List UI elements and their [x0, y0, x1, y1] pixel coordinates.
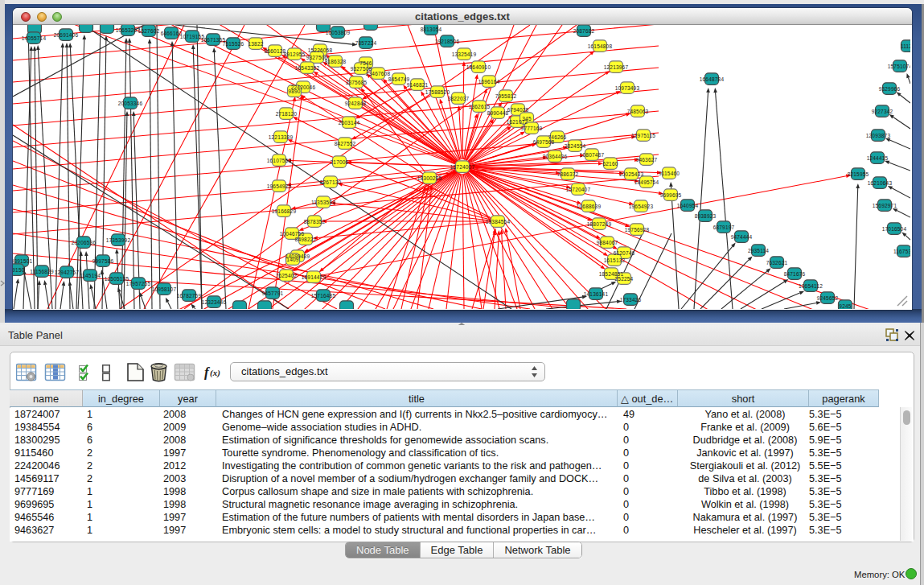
svg-text:15720407: 15720407	[566, 187, 591, 192]
svg-text:1145194: 1145194	[80, 273, 101, 278]
svg-text:20053346: 20053346	[118, 101, 143, 106]
svg-text:20364436: 20364436	[543, 154, 568, 159]
svg-text:345: 345	[522, 116, 532, 122]
svg-text:23467608: 23467608	[366, 71, 391, 76]
svg-text:9777169: 9777169	[521, 126, 543, 131]
svg-text:12975115: 12975115	[631, 133, 655, 138]
svg-text:18495754: 18495754	[634, 179, 659, 185]
svg-text:1167533: 1167533	[893, 249, 910, 254]
svg-text:18300295: 18300295	[417, 175, 442, 181]
svg-text:3824554: 3824554	[565, 143, 586, 149]
svg-text:15692971: 15692971	[873, 203, 897, 208]
svg-text:13822: 13822	[248, 41, 263, 47]
svg-text:15716485: 15716485	[311, 293, 336, 299]
svg-text:9391501: 9391501	[13, 258, 33, 264]
svg-text:12213967: 12213967	[604, 64, 629, 70]
svg-text:16543382: 16543382	[295, 65, 320, 71]
svg-text:10025433: 10025433	[619, 171, 644, 177]
svg-text:8878352: 8878352	[304, 219, 326, 225]
svg-text:7955812: 7955812	[495, 93, 517, 99]
svg-text:8454749: 8454749	[388, 76, 410, 82]
svg-text:19166829: 19166829	[272, 208, 297, 214]
svg-text:19384554: 19384554	[486, 219, 511, 225]
svg-text:9699695: 9699695	[660, 192, 682, 198]
svg-text:11353594: 11353594	[311, 200, 335, 205]
svg-text:16782759: 16782759	[177, 293, 202, 299]
svg-text:9245652: 9245652	[817, 295, 839, 301]
svg-text:14055714: 14055714	[22, 35, 47, 41]
svg-text:(x): (x)	[210, 368, 220, 378]
svg-text:9227342: 9227342	[872, 109, 893, 114]
svg-text:6497568: 6497568	[533, 139, 555, 145]
svg-text:8186328: 8186328	[325, 59, 347, 64]
svg-text:8912955: 8912955	[284, 51, 306, 57]
svg-text:1409: 1409	[286, 257, 298, 262]
svg-text:16648784: 16648784	[700, 76, 725, 82]
svg-text:10807487: 10807487	[580, 152, 605, 158]
svg-text:10973493: 10973493	[615, 85, 640, 91]
svg-text:6120746: 6120746	[614, 250, 635, 256]
svg-text:7546: 7546	[359, 60, 372, 66]
svg-text:3822037: 3822037	[448, 96, 470, 101]
svg-text:11156829: 11156829	[30, 269, 54, 274]
svg-text:16107553: 16107553	[267, 158, 292, 163]
svg-text:8813054: 8813054	[421, 27, 442, 32]
svg-text:16053809: 16053809	[326, 30, 351, 35]
svg-text:19218506: 19218506	[435, 39, 460, 44]
svg-text:9115460: 9115460	[659, 171, 680, 176]
svg-text:10688639: 10688639	[577, 204, 602, 209]
svg-text:1640954: 1640954	[677, 203, 699, 208]
svg-text:10654112: 10654112	[799, 283, 823, 289]
svg-text:8938923: 8938923	[695, 213, 717, 219]
svg-text:39150: 39150	[13, 267, 25, 273]
svg-text:19756928: 19756928	[625, 227, 650, 233]
svg-text:16210643: 16210643	[868, 180, 893, 186]
svg-text:9329966: 9329966	[879, 86, 901, 92]
svg-text:12093873: 12093873	[866, 133, 891, 138]
svg-text:1696164: 1696164	[478, 79, 500, 84]
svg-text:8471676: 8471676	[784, 271, 806, 277]
svg-text:18807249: 18807249	[587, 221, 612, 227]
svg-text:12942757: 12942757	[55, 270, 80, 275]
svg-text:9890: 9890	[288, 89, 300, 94]
svg-text:16154808: 16154808	[588, 43, 613, 49]
svg-text:8427552: 8427552	[335, 141, 356, 146]
svg-text:12323446: 12323446	[202, 299, 227, 305]
svg-text:20691406: 20691406	[54, 32, 79, 38]
svg-text:2935114: 2935114	[748, 248, 769, 253]
svg-text:2603144: 2603144	[339, 120, 360, 126]
svg-text:20206536: 20206536	[72, 240, 97, 245]
svg-text:19654923: 19654923	[629, 204, 654, 209]
svg-text:12213389: 12213389	[269, 134, 294, 140]
svg-text:252254: 252254	[615, 276, 634, 282]
svg-text:19654925: 19654925	[267, 183, 292, 189]
svg-text:10958107: 10958107	[152, 286, 177, 292]
svg-text:10653267: 10653267	[116, 27, 141, 33]
svg-text:9457791: 9457791	[262, 290, 284, 296]
svg-text:17957255: 17957255	[126, 281, 151, 286]
svg-text:8990448: 8990448	[487, 110, 509, 116]
svg-text:7485063: 7485063	[627, 109, 649, 114]
svg-text:15226058: 15226058	[308, 47, 333, 53]
svg-text:8267130: 8267130	[320, 179, 342, 185]
svg-text:9146821: 9146821	[407, 82, 429, 88]
svg-text:62160: 62160	[602, 161, 618, 167]
svg-text:13325419: 13325419	[452, 51, 477, 57]
svg-text:18640910: 18640910	[466, 64, 491, 70]
svg-text:9474444: 9474444	[731, 234, 753, 240]
svg-text:6879197: 6879197	[713, 225, 735, 230]
svg-text:7625402: 7625402	[276, 273, 298, 278]
svg-text:17016504: 17016504	[882, 226, 907, 232]
svg-text:3375685: 3375685	[346, 80, 368, 85]
svg-text:9463627: 9463627	[636, 157, 658, 163]
svg-text:9242848: 9242848	[345, 101, 367, 106]
svg-text:8215955: 8215955	[848, 171, 869, 177]
svg-text:7632621: 7632621	[766, 260, 788, 266]
svg-text:9884067: 9884067	[597, 240, 618, 245]
svg-text:10046756: 10046756	[280, 231, 305, 237]
svg-text:9245: 9245	[839, 303, 851, 309]
svg-text:8498222: 8498222	[295, 237, 317, 242]
svg-text:17588520: 17588520	[425, 89, 450, 95]
svg-text:1527602: 1527602	[138, 28, 160, 34]
svg-text:11121: 11121	[901, 43, 910, 49]
